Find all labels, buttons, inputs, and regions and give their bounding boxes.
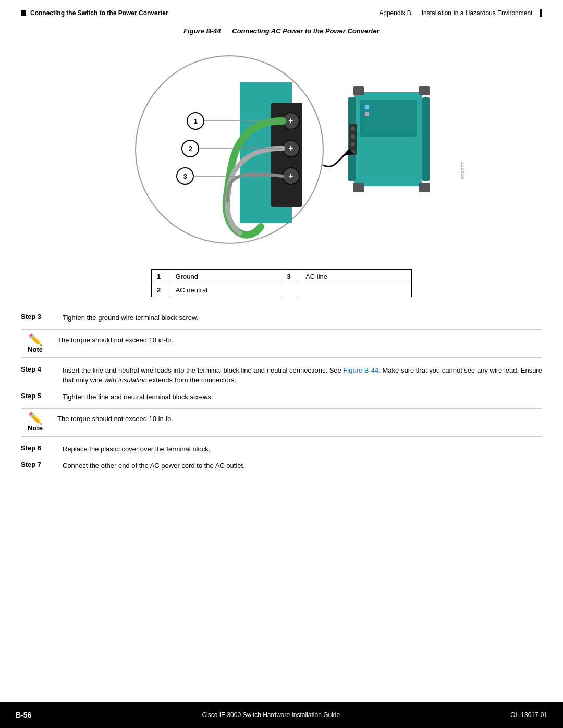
legend-num-3: 3: [282, 270, 300, 283]
header-left: Connecting the Switch to the Power Conve…: [21, 9, 168, 17]
step-3-text: Tighten the ground wire terminal block s…: [63, 313, 542, 323]
figure-b44-link[interactable]: Figure B-44: [343, 366, 378, 374]
svg-rect-27: [365, 112, 369, 116]
svg-text:+: +: [288, 144, 293, 153]
svg-rect-20: [422, 97, 430, 181]
header-bullet-icon: [21, 10, 26, 16]
svg-text:1: 1: [193, 117, 197, 125]
step-3-label: Step 3: [21, 313, 52, 320]
header-pipe: ▐: [537, 9, 542, 17]
diagram-svg: + + + 1 2 3: [99, 40, 464, 259]
legend-num-2: 2: [152, 283, 170, 297]
svg-rect-26: [365, 105, 369, 109]
step-3-row: Step 3 Tighten the ground wire terminal …: [21, 313, 542, 323]
step-4-text: Insert the line and neutral wire leads i…: [63, 365, 542, 386]
header-left-text: Connecting the Switch to the Power Conve…: [30, 9, 168, 17]
header-appendix: Appendix B: [379, 9, 411, 17]
header-title: Installation In a Hazardous Environment: [422, 9, 533, 17]
figure-label: Figure B-44: [183, 27, 221, 35]
step-4-label: Step 4: [21, 365, 52, 373]
step-6-text: Replace the plastic cover over the termi…: [63, 444, 542, 454]
note-1-label: Note: [28, 346, 43, 353]
step-4-row: Step 4 Insert the line and neutral wire …: [21, 365, 542, 386]
footer-doc-num: OL-13017-01: [510, 711, 547, 719]
pencil-icon-2: ✏️: [28, 413, 42, 424]
svg-rect-21: [353, 86, 364, 95]
step-7-row: Step 7 Connect the other end of the AC p…: [21, 461, 542, 471]
note-2-box: ✏️ Note The torque should not exceed 10 …: [21, 408, 542, 437]
svg-text:2: 2: [188, 145, 192, 153]
step-5-text: Tighten the line and neutral terminal bl…: [63, 392, 542, 402]
legend-label-2: AC neutral: [170, 283, 282, 297]
note-2-icon-area: ✏️ Note: [21, 413, 50, 432]
note-2-label: Note: [28, 424, 43, 432]
svg-point-31: [351, 142, 355, 146]
svg-point-29: [351, 127, 355, 131]
step-5-row: Step 5 Tighten the line and neutral term…: [21, 392, 542, 402]
legend-num-1: 1: [152, 270, 170, 283]
pencil-icon: ✏️: [28, 334, 42, 346]
bottom-rule: [21, 524, 542, 524]
page-header: Connecting the Switch to the Power Conve…: [0, 0, 563, 17]
note-2-text: The torque should not exceed 10 in-lb.: [57, 413, 542, 423]
page-footer: B-56 Cisco IE 3000 Switch Hardware Insta…: [0, 702, 563, 728]
step-6-label: Step 6: [21, 444, 52, 452]
steps-section: Step 3 Tighten the ground wire terminal …: [21, 313, 542, 471]
figure-title: Figure B-44 Connecting AC Power to the P…: [21, 27, 542, 35]
note-1-box: ✏️ Note The torque should not exceed 10 …: [21, 329, 542, 358]
legend-label-empty: [300, 283, 412, 297]
footer-doc-title: Cisco IE 3000 Switch Hardware Installati…: [202, 711, 340, 719]
svg-point-30: [351, 134, 355, 139]
table-row: 2 AC neutral: [152, 283, 412, 297]
step-6-row: Step 6 Replace the plastic cover over th…: [21, 444, 542, 454]
figure-description: Connecting AC Power to the Power Convert…: [232, 27, 380, 35]
svg-rect-22: [419, 86, 430, 95]
svg-rect-24: [419, 183, 430, 192]
main-content: Figure B-44 Connecting AC Power to the P…: [0, 17, 563, 519]
legend-table: 1 Ground 3 AC line 2 AC neutral: [151, 269, 412, 297]
legend-num-empty: [282, 283, 300, 297]
step-7-label: Step 7: [21, 461, 52, 468]
svg-text:3: 3: [183, 172, 187, 180]
figure-container: + + + 1 2 3: [21, 40, 542, 259]
svg-text:+: +: [288, 171, 293, 180]
step-7-text: Connect the other end of the AC power co…: [63, 461, 542, 471]
table-row: 1 Ground 3 AC line: [152, 270, 412, 283]
header-right: Appendix B Installation In a Hazardous E…: [379, 9, 542, 17]
legend-label-1: Ground: [170, 270, 282, 283]
footer-page-number: B-56: [16, 711, 31, 719]
svg-text:202300: 202300: [460, 162, 464, 179]
legend-label-3: AC line: [300, 270, 412, 283]
svg-rect-23: [353, 183, 364, 192]
svg-text:+: +: [288, 116, 293, 125]
note-1-text: The torque should not exceed 10 in-lb.: [57, 334, 542, 344]
note-1-icon-area: ✏️ Note: [21, 334, 50, 353]
step-5-label: Step 5: [21, 392, 52, 400]
